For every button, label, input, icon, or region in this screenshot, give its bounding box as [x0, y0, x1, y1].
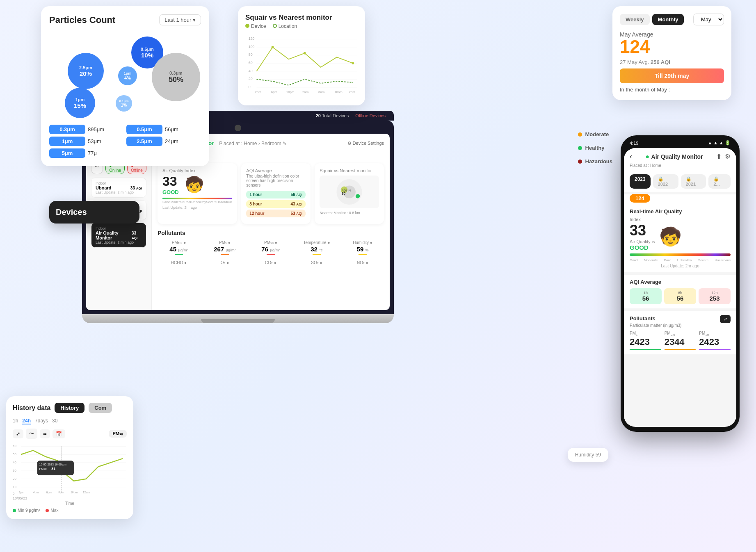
tab-7days[interactable]: 7days: [35, 418, 48, 424]
svg-text:31: 31: [51, 467, 55, 471]
aqi-bar: [162, 198, 232, 199]
settings-icon[interactable]: ⚙: [725, 153, 731, 160]
phone-quality-bar: [630, 253, 731, 256]
svg-text:50: 50: [342, 192, 346, 196]
particles-card-header: Particles Count Last 1 hour ▾: [49, 14, 201, 25]
bubble-chart: 0.5μm 10% 2.5μm 20% 1μm 4% 1μm 15% 0.1μm…: [49, 30, 201, 121]
monthly-header: Weekly Monthly May: [620, 14, 724, 25]
svg-text:10: 10: [13, 485, 16, 489]
svg-text:2pm: 2pm: [19, 491, 25, 494]
squair-title: Squair vs Nearest monitor: [245, 14, 358, 22]
year-2023[interactable]: 2023: [630, 174, 651, 189]
calendar-btn[interactable]: 📅: [53, 429, 65, 438]
pm-cell-10: PM10 2423: [699, 331, 731, 350]
pm-selector[interactable]: PM₁₀: [109, 430, 127, 438]
monthly-footer: In the month of May :: [620, 87, 724, 93]
phone-chip-8h: 8h 56: [664, 288, 696, 304]
laptop-notch: [235, 125, 241, 131]
phone-subtitle: Placed at : Home: [624, 163, 736, 171]
tab-24h[interactable]: 24h: [22, 418, 31, 424]
pollutants-expand-btn[interactable]: ↗: [720, 315, 731, 323]
svg-text:30: 30: [13, 469, 16, 472]
back-btn[interactable]: ‹: [630, 152, 632, 161]
aqi-8hour: 8 hour 43 AQI: [246, 200, 306, 208]
particles-card: Particles Count Last 1 hour ▾ 0.5μm 10% …: [41, 6, 209, 166]
svg-text:2pm: 2pm: [255, 91, 261, 94]
svg-text:100: 100: [249, 45, 255, 49]
device-item-airquality[interactable]: Indoor Air Quality Monitor 33 AQI Last U…: [91, 223, 146, 248]
phone-header: ‹ ● Air Quality Monitor ⬆ ⚙: [624, 148, 736, 163]
aqi-12hour: 12 hour 53 AQI: [246, 210, 306, 217]
chart-legend: Min 9 μg/m³ Max: [13, 508, 127, 513]
svg-point-17: [352, 62, 354, 64]
poll-pm25: PM₂.₅ ● 45 μg/m³: [158, 240, 200, 256]
label-healthy: Healthy: [578, 145, 612, 151]
realtime-grid: Air Quality Index 33 GOOD 🧒 GoodModerate…: [158, 163, 384, 224]
history-chart: 60 50 40 30 20 10 0 10-05-2023 10:00 pm …: [13, 442, 127, 495]
phone-chip-12h: 12h 253: [699, 288, 731, 304]
svg-text:0: 0: [13, 492, 15, 495]
svg-text:6pm: 6pm: [271, 91, 277, 94]
svg-text:2am: 2am: [302, 91, 308, 94]
svg-text:10pm: 10pm: [286, 91, 295, 94]
bubble-01: 0.1μm 1%: [116, 95, 132, 112]
line-chart-btn[interactable]: 〜: [26, 429, 37, 439]
svg-text:40: 40: [249, 69, 253, 73]
label-hazardous: Hazardous: [578, 158, 612, 164]
time-select-btn[interactable]: Last 1 hour ▾: [159, 14, 201, 25]
pm-cell-1: PM1 2423: [630, 331, 661, 350]
svg-text:10pm: 10pm: [71, 491, 78, 494]
squair-chart: 120 100 80 60 40 20 0 AQI-IN 2pm: [245, 32, 358, 98]
pollutants-grid-2: HCHO ● O₂ ● CO₂ ● SO₂ ● NO₂ ●: [158, 260, 384, 266]
squair-monitor-card: Squair vs Nearest monitor AQI-IN 50: [315, 163, 384, 224]
particle-table: 0.3μm 895μm 0.5μm 56μm 1μm 53μm 2.5μm 24…: [49, 125, 201, 158]
devices-label: Devices: [56, 208, 133, 217]
svg-text:20: 20: [13, 477, 16, 481]
svg-point-15: [272, 46, 274, 48]
squair-card: Squair vs Nearest monitor Device Locatio…: [238, 6, 365, 105]
year-2022[interactable]: 🔒 2022: [653, 174, 678, 189]
svg-text:12am: 12am: [83, 491, 90, 494]
tab-1h[interactable]: 1h: [13, 418, 18, 424]
device-item-uboard[interactable]: Indoor Uboard 33 AQI Last Update: 2 min …: [91, 178, 146, 198]
svg-text:120: 120: [249, 36, 255, 41]
svg-point-30: [356, 194, 360, 198]
compare-btn[interactable]: Com: [89, 403, 112, 413]
month-select[interactable]: May: [693, 14, 724, 25]
history-card: History data History Com 1h 24h 7days 30…: [6, 396, 133, 519]
tab-30[interactable]: 30: [52, 418, 57, 424]
svg-text:6pm: 6pm: [46, 491, 52, 494]
weekly-tab[interactable]: Weekly: [620, 14, 650, 25]
bubble-03: 0.3μm 50%: [152, 53, 200, 101]
year-other[interactable]: 🔒 2...: [708, 174, 731, 189]
monthly-tab[interactable]: Monthly: [652, 14, 684, 25]
svg-text:80: 80: [249, 52, 253, 57]
phone-aqi-grid: 1h 56 8h 56 12h 253: [630, 288, 731, 304]
aqi-character-icon: 🧒: [185, 176, 204, 194]
year-2021[interactable]: 🔒 2021: [681, 174, 706, 189]
share-icon[interactable]: ⬆: [716, 153, 722, 160]
svg-text:4pm: 4pm: [33, 491, 39, 494]
laptop-base: [82, 314, 394, 323]
time-tabs: 1h 24h 7days 30: [13, 418, 127, 424]
phone-frame: 4:19 ▲ ▲ ▲ 🔋 ‹ ● Air Quality Monitor ⬆ ⚙…: [621, 135, 740, 432]
aqi-card: Air Quality Index 33 GOOD 🧒 GoodModerate…: [158, 163, 237, 224]
chip-25: 2.5μm: [126, 137, 162, 146]
bar-chart-btn[interactable]: ▪▪: [40, 429, 50, 438]
chip-5: 5μm: [49, 148, 85, 158]
device-settings[interactable]: ⚙ Device Settings: [347, 141, 384, 146]
monthly-bar: Till 29th may: [620, 68, 724, 83]
poll-temp: Temperature ● 32 °c: [295, 240, 338, 256]
svg-text:40: 40: [13, 461, 16, 464]
zoom-btn[interactable]: ⤢: [13, 429, 23, 438]
squair-legend: Device Location: [245, 23, 358, 29]
svg-point-16: [304, 52, 306, 55]
bubble-25: 2.5μm 20%: [68, 53, 104, 89]
phone-chip-1h: 1h 56: [630, 288, 662, 304]
phone-screen: ‹ ● Air Quality Monitor ⬆ ⚙ Placed at : …: [624, 148, 736, 427]
svg-text:8pm: 8pm: [58, 491, 64, 494]
history-btn[interactable]: History: [55, 403, 85, 413]
svg-text:50: 50: [13, 452, 16, 456]
chart-controls: ⤢ 〜 ▪▪ 📅 PM₁₀: [13, 429, 127, 439]
svg-text:10am: 10am: [334, 91, 343, 94]
